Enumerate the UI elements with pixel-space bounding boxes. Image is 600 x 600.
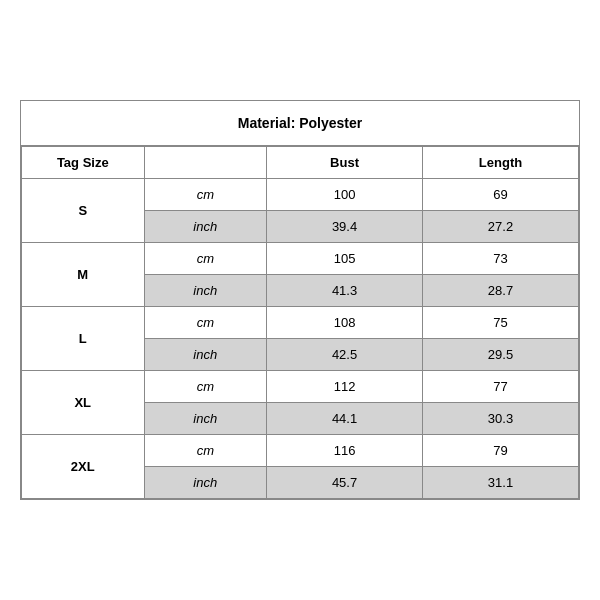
bust-cm: 116 <box>267 435 423 467</box>
bust-cm: 108 <box>267 307 423 339</box>
table-row: Mcm10573 <box>22 243 579 275</box>
table-row: 2XLcm11679 <box>22 435 579 467</box>
length-inch: 27.2 <box>423 211 579 243</box>
size-label: XL <box>22 371 145 435</box>
length-inch: 31.1 <box>423 467 579 499</box>
table-row: Scm10069 <box>22 179 579 211</box>
bust-inch: 41.3 <box>267 275 423 307</box>
length-cm: 69 <box>423 179 579 211</box>
bust-cm: 112 <box>267 371 423 403</box>
bust-inch: 39.4 <box>267 211 423 243</box>
unit-inch: inch <box>144 467 267 499</box>
length-inch: 29.5 <box>423 339 579 371</box>
chart-title: Material: Polyester <box>21 101 579 146</box>
bust-header: Bust <box>267 147 423 179</box>
size-chart: Material: Polyester Tag Size Bust Length… <box>20 100 580 500</box>
table-header-row: Tag Size Bust Length <box>22 147 579 179</box>
size-label: M <box>22 243 145 307</box>
unit-inch: inch <box>144 211 267 243</box>
length-cm: 77 <box>423 371 579 403</box>
size-table: Tag Size Bust Length Scm10069inch39.427.… <box>21 146 579 499</box>
unit-header <box>144 147 267 179</box>
table-row: Lcm10875 <box>22 307 579 339</box>
bust-cm: 105 <box>267 243 423 275</box>
unit-cm: cm <box>144 371 267 403</box>
unit-inch: inch <box>144 403 267 435</box>
bust-inch: 45.7 <box>267 467 423 499</box>
length-header: Length <box>423 147 579 179</box>
length-cm: 75 <box>423 307 579 339</box>
unit-cm: cm <box>144 243 267 275</box>
bust-cm: 100 <box>267 179 423 211</box>
length-cm: 79 <box>423 435 579 467</box>
size-label: 2XL <box>22 435 145 499</box>
size-label: S <box>22 179 145 243</box>
unit-cm: cm <box>144 435 267 467</box>
bust-inch: 44.1 <box>267 403 423 435</box>
size-label: L <box>22 307 145 371</box>
unit-inch: inch <box>144 339 267 371</box>
unit-cm: cm <box>144 307 267 339</box>
length-inch: 30.3 <box>423 403 579 435</box>
length-cm: 73 <box>423 243 579 275</box>
tag-size-header: Tag Size <box>22 147 145 179</box>
unit-cm: cm <box>144 179 267 211</box>
unit-inch: inch <box>144 275 267 307</box>
bust-inch: 42.5 <box>267 339 423 371</box>
table-row: XLcm11277 <box>22 371 579 403</box>
length-inch: 28.7 <box>423 275 579 307</box>
